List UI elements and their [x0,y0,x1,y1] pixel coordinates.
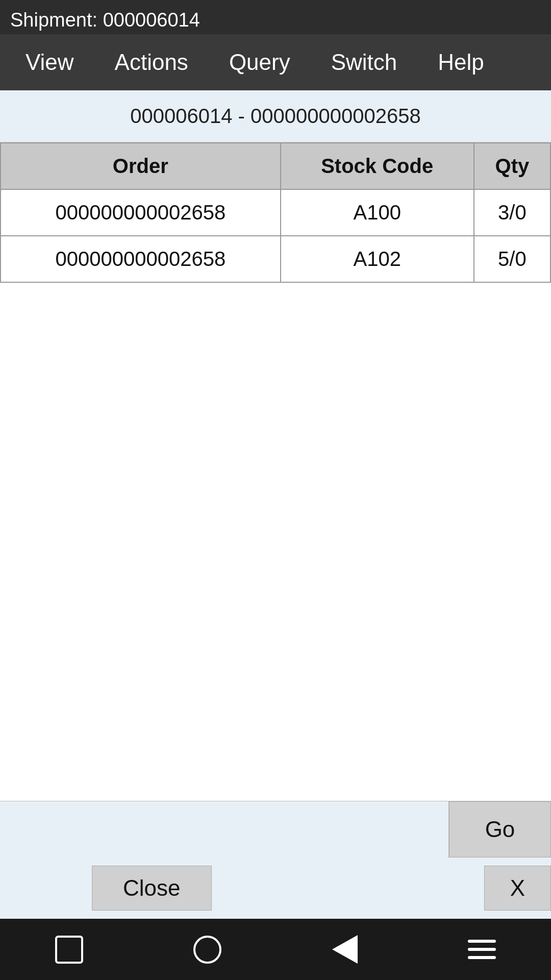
home-icon[interactable] [193,936,221,964]
cell-order-1: 000000000002658 [1,189,281,236]
column-header-order: Order [1,143,281,189]
bottom-area: Go Close X [0,801,551,919]
sub-header-text: 000006014 - 000000000002658 [130,105,420,127]
menu-item-switch[interactable]: Switch [311,39,418,85]
nav-line [468,956,496,959]
menu-icon[interactable] [468,940,496,959]
close-button[interactable]: Close [92,866,212,911]
action-row: Close X [0,857,551,919]
cell-qty-1: 3/0 [474,189,550,236]
data-table: Order Stock Code Qty 000000000002658 A10… [0,142,551,283]
table-body: 000000000002658 A100 3/0 000000000002658… [1,189,550,282]
menu-item-view[interactable]: View [5,39,94,85]
cell-stock-code-1: A100 [281,189,474,236]
menu-item-help[interactable]: Help [417,39,505,85]
column-header-stock-code: Stock Code [281,143,474,189]
column-header-qty: Qty [474,143,550,189]
table-row[interactable]: 000000000002658 A100 3/0 [1,189,550,236]
cell-order-2: 000000000002658 [1,236,281,282]
menu-item-actions[interactable]: Actions [94,39,209,85]
menu-bar: View Actions Query Switch Help [0,34,551,90]
nav-line [468,940,496,943]
input-row: Go [0,801,551,857]
nav-line [468,948,496,951]
go-button[interactable]: Go [449,801,551,857]
x-button[interactable]: X [484,866,551,911]
cell-stock-code-2: A102 [281,236,474,282]
android-nav-bar [0,919,551,980]
table-container: Order Stock Code Qty 000000000002658 A10… [0,142,551,801]
cell-qty-2: 5/0 [474,236,550,282]
menu-item-query[interactable]: Query [209,39,311,85]
table-row[interactable]: 000000000002658 A102 5/0 [1,236,550,282]
sub-header: 000006014 - 000000000002658 [0,90,551,142]
command-input[interactable] [0,801,449,857]
back-icon[interactable] [332,935,358,964]
table-header-row: Order Stock Code Qty [1,143,550,189]
recent-apps-icon[interactable] [55,936,83,964]
title-bar: Shipment: 000006014 [0,0,551,34]
page-title: Shipment: 000006014 [10,9,200,31]
